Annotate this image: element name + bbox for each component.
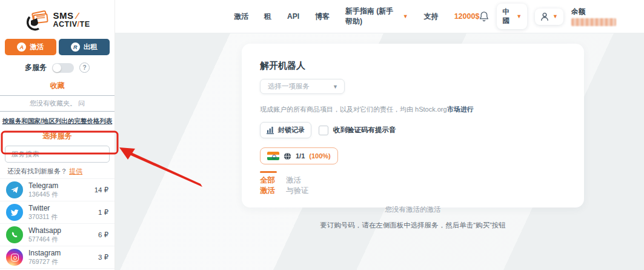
sms-sound-option[interactable]: 收到验证码有提示音 <box>319 126 396 135</box>
favorites-empty-text: 您没有收藏夹。 问 <box>0 96 115 111</box>
bell-icon[interactable] <box>479 10 489 22</box>
brand-line2-a: ACTIV <box>53 20 78 29</box>
nav-item-support[interactable]: 支持 <box>424 12 439 22</box>
chevron-down-icon: ▼ <box>516 13 522 19</box>
toggle-knob <box>53 64 61 72</box>
brand-line2-b: TE <box>80 20 90 29</box>
help-button[interactable]: ? <box>79 62 90 73</box>
activate-button-icon: A <box>17 42 26 52</box>
empty-state-hint: 要订购号码，请在左侧面板中选择服务，然后单击“购买”按钮 <box>260 221 566 230</box>
nav-promo-amount[interactable]: 12000$ <box>454 12 480 21</box>
service-price: 6 ₽ <box>98 231 108 239</box>
tab-activation-verification[interactable]: 激活 与验证 <box>286 171 309 196</box>
favorites-header: 收藏 <box>0 81 115 91</box>
service-count: 136445 件 <box>28 191 89 199</box>
brand-logo[interactable]: SMS ⁄ ACTIV/TE <box>0 0 115 34</box>
language-label: 中國 <box>502 7 513 25</box>
sms-sound-label: 收到验证码有提示音 <box>333 126 396 135</box>
chevron-down-icon: ▼ <box>333 84 338 90</box>
multi-service-label: 多服务 <box>25 62 47 73</box>
activation-tabs: 全部 激活 激活 与验证 <box>260 171 566 196</box>
india-flag-icon <box>267 152 279 160</box>
nav-item-guide[interactable]: 新手指南 (新手帮助) ▼ <box>345 6 408 27</box>
main-content: 解开机器人 选择一项服务 ▼ 现成账户的所有商品项目，以及对它们的责任，均由 h… <box>115 33 644 270</box>
marketplace-info: 现成账户的所有商品项目，以及对它们的责任，均由 hStock.org市场进行 <box>260 105 566 114</box>
page: SMS ⁄ ACTIV/TE A 激活 R 出租 多服务 ? 收藏 您没有收藏夹… <box>0 0 644 270</box>
balance-redacted-value <box>571 18 616 26</box>
activate-button-label: 激活 <box>30 42 44 52</box>
rent-button[interactable]: R 出租 <box>59 39 110 55</box>
service-row-telegram[interactable]: Telegram 136445 件 14 ₽ <box>0 178 115 201</box>
marketplace-link[interactable]: 市场进行 <box>447 106 474 113</box>
service-texts: Twitter 370311 件 <box>28 204 93 221</box>
mode-buttons: A 激活 R 出租 <box>5 39 110 55</box>
brand-logo-text: SMS ⁄ ACTIV/TE <box>53 11 90 29</box>
tab-label-line2: 与验证 <box>286 186 309 196</box>
whatsapp-icon <box>6 226 23 243</box>
sms-sound-checkbox[interactable] <box>319 126 328 135</box>
nav-item-api[interactable]: API <box>287 12 299 21</box>
balance-block[interactable]: 余额 <box>571 7 616 26</box>
service-name: Telegram <box>28 181 89 190</box>
tab-label-line1: 全部 <box>260 175 277 186</box>
service-count: 769727 件 <box>28 258 93 266</box>
service-price: 1 ₽ <box>98 208 108 217</box>
service-search-box <box>5 146 110 163</box>
multi-service-row: 多服务 ? <box>0 62 115 73</box>
controls-row: 封锁记录 收到验证码有提示音 <box>260 122 566 138</box>
offer-service-link[interactable]: 提供 <box>69 167 82 175</box>
service-texts: Whatsapp 577464 件 <box>28 226 93 244</box>
chevron-down-icon: ▼ <box>403 13 408 19</box>
activation-card: 解开机器人 选择一项服务 ▼ 现成账户的所有商品项目，以及对它们的责任，均由 h… <box>242 44 584 208</box>
service-list: Telegram 136445 件 14 ₽ Twitter 370311 件 … <box>0 178 115 270</box>
user-icon <box>540 12 549 21</box>
account-menu[interactable]: ▼ <box>535 8 563 25</box>
price-list-link[interactable]: 按服务和国家/地区列出的完整价格列表 <box>2 117 113 126</box>
instagram-icon <box>6 249 23 266</box>
marketplace-info-text: 现成账户的所有商品项目，以及对它们的责任，均由 hStock.org <box>260 106 447 113</box>
nav-item-activate[interactable]: 激活 <box>234 12 248 22</box>
card-title: 解开机器人 <box>260 60 566 72</box>
service-row-whatsapp[interactable]: Whatsapp 577464 件 6 ₽ <box>0 223 115 246</box>
balance-label: 余额 <box>571 7 585 16</box>
service-select[interactable]: 选择一项服务 ▼ <box>260 79 345 94</box>
service-name: Twitter <box>28 204 93 212</box>
not-found-row: 还没有找到新服务？ 提供 <box>7 167 107 176</box>
brand-line1: SMS <box>53 10 74 21</box>
service-name: Instagram <box>28 249 93 257</box>
chevron-down-icon: ▼ <box>553 13 558 19</box>
service-search-input[interactable] <box>12 150 105 158</box>
service-texts: Telegram 136445 件 <box>28 181 89 199</box>
service-count: 577464 件 <box>28 235 93 244</box>
activate-button[interactable]: A 激活 <box>5 39 56 55</box>
nav-item-rent[interactable]: 租 <box>264 12 271 22</box>
country-ratio: 1/1 <box>296 152 305 160</box>
sms-activate-logo-icon <box>25 8 50 32</box>
tab-label-line2: 激活 <box>260 186 277 196</box>
country-badge[interactable]: 1/1 (100%) <box>260 147 338 164</box>
telegram-icon <box>6 181 23 198</box>
service-count: 370311 件 <box>28 213 93 221</box>
nav-items: 激活 租 API 博客 新手指南 (新手帮助) ▼ 支持 12000$ <box>234 6 479 27</box>
globe-icon <box>284 152 291 160</box>
nav-item-blog[interactable]: 博客 <box>315 12 330 22</box>
service-name: Whatsapp <box>28 226 93 235</box>
multi-service-toggle[interactable] <box>52 63 74 73</box>
language-selector[interactable]: 中國 ▼ <box>497 4 527 29</box>
sidebar: SMS ⁄ ACTIV/TE A 激活 R 出租 多服务 ? 收藏 您没有收藏夹… <box>0 0 115 270</box>
country-percent: (100%) <box>309 152 330 160</box>
not-found-text: 还没有找到新服务？ <box>7 167 69 175</box>
block-history-button[interactable]: 封锁记录 <box>260 122 311 138</box>
active-tab-indicator <box>260 171 277 173</box>
service-select-value: 选择一项服务 <box>268 82 310 91</box>
service-row-twitter[interactable]: Twitter 370311 件 1 ₽ <box>0 201 115 223</box>
empty-state-title: 您没有激活的激活 <box>260 205 566 214</box>
block-history-label: 封锁记录 <box>278 126 305 135</box>
service-row-instagram[interactable]: Instagram 769727 件 3 ₽ <box>0 246 115 268</box>
nav-right-group: 中國 ▼ ▼ 余额 <box>479 4 616 29</box>
service-price: 3 ₽ <box>98 253 108 262</box>
choose-service-header: 选择服务 <box>0 131 115 141</box>
tab-all-activations[interactable]: 全部 激活 <box>260 171 277 196</box>
service-price: 14 ₽ <box>95 186 108 194</box>
nav-guide-label: 新手指南 (新手帮助) <box>345 6 400 27</box>
